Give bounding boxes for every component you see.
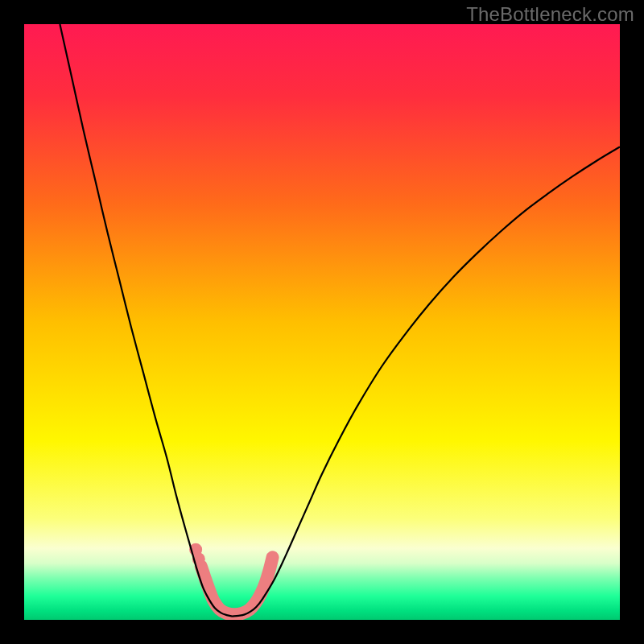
chart-frame: TheBottleneck.com <box>0 0 644 644</box>
bottleneck-chart <box>0 0 644 644</box>
plot-background <box>24 24 620 620</box>
watermark-text: TheBottleneck.com <box>466 3 634 26</box>
